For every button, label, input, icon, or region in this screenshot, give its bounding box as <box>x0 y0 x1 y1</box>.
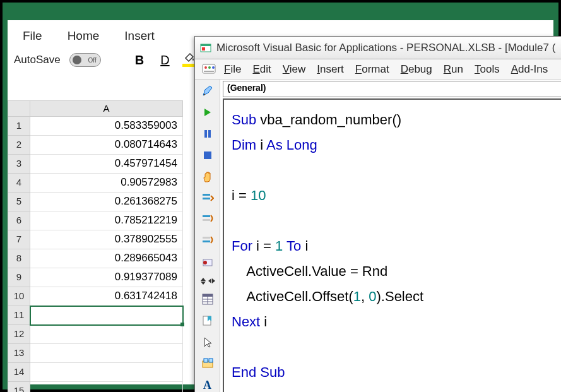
row-header[interactable]: 8 <box>8 249 30 268</box>
toggle-bookmark-button[interactable] <box>200 313 215 328</box>
cell[interactable]: 0.631742418 <box>30 287 183 306</box>
step-over-button[interactable] <box>200 212 215 227</box>
row-header[interactable]: 12 <box>8 325 30 344</box>
cell[interactable]: 0.457971454 <box>30 155 183 174</box>
svg-rect-2 <box>202 47 205 50</box>
row-header[interactable]: 1 <box>8 117 30 136</box>
cell[interactable]: 0.90572983 <box>30 174 183 193</box>
vba-menu-edit[interactable]: Edit <box>252 63 271 76</box>
autosave-label: AutoSave <box>14 54 61 66</box>
code-text: , <box>361 288 369 304</box>
cell[interactable]: 0.289665043 <box>30 249 183 268</box>
menu-file[interactable]: File <box>23 29 42 43</box>
pause-button[interactable] <box>200 126 215 141</box>
vba-menu-file[interactable]: File <box>224 63 241 76</box>
vba-menu-bar: File Edit View Insert Format Debug Run T… <box>195 59 561 80</box>
object-browser-button[interactable] <box>200 356 215 371</box>
run-button[interactable] <box>200 105 215 120</box>
code-lit: 1 <box>353 288 361 304</box>
code-text: i = <box>232 187 251 203</box>
code-text: i <box>260 314 267 330</box>
vba-menu-insert[interactable]: Insert <box>317 63 344 76</box>
cell[interactable]: 0.919377089 <box>30 268 183 287</box>
cell[interactable]: 0.261368275 <box>30 193 183 211</box>
select-all-corner[interactable] <box>8 100 30 117</box>
vba-titlebar[interactable]: Microsoft Visual Basic for Applications … <box>195 37 561 59</box>
vba-menu-format[interactable]: Format <box>355 63 389 76</box>
svg-rect-13 <box>203 215 210 217</box>
vba-menu-addins[interactable]: Add-Ins <box>511 63 548 76</box>
svg-rect-8 <box>204 130 207 138</box>
code-lit: 1 <box>275 238 283 254</box>
row-header[interactable]: 6 <box>8 211 30 230</box>
row-header[interactable]: 5 <box>8 193 30 211</box>
svg-rect-26 <box>204 359 208 362</box>
row-header[interactable]: 7 <box>8 230 30 249</box>
vba-title-text: Microsoft Visual Basic for Applications … <box>216 42 555 54</box>
vba-menu-debug[interactable]: Debug <box>401 63 432 76</box>
svg-rect-9 <box>208 130 211 138</box>
spreadsheet-grid[interactable]: A 10.58335900320.08071464330.45797145440… <box>8 100 183 392</box>
svg-point-6 <box>212 66 215 69</box>
row-header[interactable]: 4 <box>8 174 30 193</box>
code-text: i <box>301 238 308 254</box>
code-text: ActiveCell.Offset( <box>232 288 353 304</box>
font-size-button[interactable]: A <box>200 377 215 392</box>
design-mode-button[interactable] <box>200 83 215 98</box>
svg-rect-7 <box>204 71 214 72</box>
procedure-dropdown[interactable]: (General) <box>223 81 561 97</box>
row-header[interactable]: 9 <box>8 268 30 287</box>
code-text: vba_random_number() <box>256 112 401 128</box>
row-header[interactable]: 14 <box>8 363 30 382</box>
hand-icon[interactable] <box>200 169 215 184</box>
code-editor[interactable]: Sub vba_random_number() Dim i As Long i … <box>223 98 561 392</box>
row-header[interactable]: 3 <box>8 155 30 174</box>
row-header[interactable]: 10 <box>8 287 30 306</box>
code-text: i <box>256 137 266 153</box>
svg-point-5 <box>208 66 211 69</box>
menu-home[interactable]: Home <box>68 29 100 43</box>
row-header[interactable]: 15 <box>8 382 30 392</box>
underline-button[interactable]: D <box>156 53 173 68</box>
cell[interactable] <box>30 306 183 325</box>
app-frame: File Home Insert AutoSave Off B D Micros… <box>3 3 558 389</box>
svg-rect-20 <box>203 294 213 297</box>
vba-menu-run[interactable]: Run <box>444 63 463 76</box>
step-out-button[interactable] <box>200 234 215 249</box>
cell[interactable]: 0.785212219 <box>30 211 183 230</box>
split-arrows[interactable] <box>199 276 216 285</box>
cell[interactable] <box>30 363 183 382</box>
code-kw-sub: Sub <box>232 112 256 128</box>
row-header[interactable]: 11 <box>8 306 30 325</box>
code-lit: 10 <box>251 187 266 203</box>
cell[interactable] <box>30 344 183 363</box>
cell[interactable] <box>30 382 183 392</box>
properties-button[interactable] <box>200 292 215 307</box>
breakpoint-button[interactable] <box>200 255 215 270</box>
column-header-a[interactable]: A <box>30 100 183 117</box>
row-header[interactable]: 2 <box>8 136 30 155</box>
cell[interactable] <box>30 325 183 344</box>
select-arrow-button[interactable] <box>200 335 215 350</box>
svg-rect-11 <box>203 194 210 196</box>
menu-insert[interactable]: Insert <box>124 29 155 43</box>
code-kw-aslong: As Long <box>266 137 317 153</box>
cell[interactable]: 0.583359003 <box>30 117 183 136</box>
autosave-toggle[interactable]: Off <box>69 53 101 67</box>
svg-point-18 <box>203 261 207 264</box>
vba-window[interactable]: Microsoft Visual Basic for Applications … <box>194 36 561 392</box>
vba-module-icon <box>201 62 216 77</box>
cell[interactable]: 0.378902555 <box>30 230 183 249</box>
bold-button[interactable]: B <box>131 53 148 68</box>
svg-rect-10 <box>204 151 211 159</box>
svg-point-4 <box>204 66 207 69</box>
svg-rect-12 <box>203 198 210 199</box>
stop-button[interactable] <box>200 148 215 163</box>
vba-menu-tools[interactable]: Tools <box>475 63 500 76</box>
cell[interactable]: 0.080714643 <box>30 136 183 155</box>
step-into-button[interactable] <box>200 191 215 206</box>
row-header[interactable]: 13 <box>8 344 30 363</box>
code-text: ).Select <box>377 288 424 304</box>
vba-menu-view[interactable]: View <box>283 63 306 76</box>
code-kw-endsub: End Sub <box>232 364 285 380</box>
